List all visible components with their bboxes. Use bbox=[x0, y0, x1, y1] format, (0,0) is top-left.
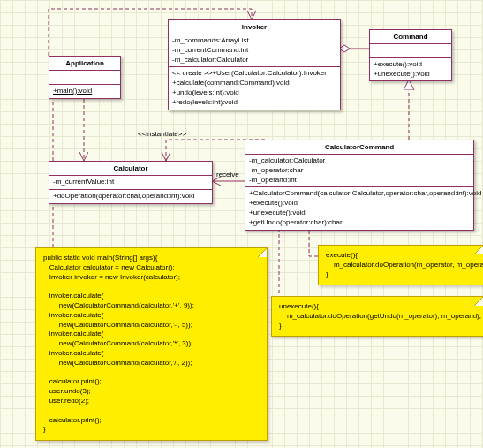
op: << create >>+User(Calculator:Calculator)… bbox=[172, 69, 336, 79]
class-title: Command bbox=[370, 30, 451, 44]
attr: -m_operand:int bbox=[249, 176, 470, 186]
class-title: CalculatorCommand bbox=[245, 140, 473, 155]
note-execute: execute(){ m_calculator.doOperation(m_op… bbox=[318, 245, 483, 285]
class-invoker: Invoker -m_commands:ArrayList -m_current… bbox=[168, 19, 341, 110]
class-calculator: Calculator -m_currentValue:int +doOperat… bbox=[49, 161, 213, 204]
attr: -m_commands:ArrayList bbox=[172, 36, 336, 46]
attr: -m_currentValue:int bbox=[53, 178, 208, 187]
class-title: Invoker bbox=[169, 20, 340, 34]
attr: -m_calculator:Calculator bbox=[172, 56, 336, 65]
attr: -m_operator:char bbox=[249, 166, 470, 176]
class-application: Application +main():void bbox=[49, 56, 121, 99]
op: +calculate(command:Command):void bbox=[172, 79, 336, 88]
attr: -m_calculator:Calculator bbox=[249, 156, 470, 166]
op: +unexecute():void bbox=[374, 70, 448, 80]
attr: -m_currentCommand:int bbox=[172, 46, 336, 56]
op: +doOperation(operator:char,operand:int):… bbox=[53, 192, 208, 201]
op: +execute():void bbox=[249, 199, 470, 209]
op: +redo(levels:int):void bbox=[172, 98, 336, 108]
note-main: public static void main(String[] args){ … bbox=[35, 247, 268, 441]
op: +getUndo(operator:char):char bbox=[249, 218, 470, 228]
class-command: Command +execute():void +unexecute():voi… bbox=[369, 29, 452, 81]
class-title: Application bbox=[49, 57, 120, 71]
op: +execute():void bbox=[374, 60, 448, 70]
op: +CalculatorCommand(calculator:Calculator… bbox=[249, 189, 470, 199]
label-receive: receive bbox=[216, 171, 239, 178]
class-title: Calculator bbox=[49, 162, 212, 176]
note-unexecute: unexecute(){ m_calculator.doOperation(ge… bbox=[271, 296, 483, 337]
op: +undo(levels:int):void bbox=[172, 88, 336, 98]
op: +unexecute():void bbox=[249, 209, 470, 218]
label-instantiate: <<instantiate>> bbox=[138, 130, 186, 138]
op-main: +main():void bbox=[53, 87, 92, 95]
class-calculatorcommand: CalculatorCommand -m_calculator:Calculat… bbox=[245, 140, 474, 231]
